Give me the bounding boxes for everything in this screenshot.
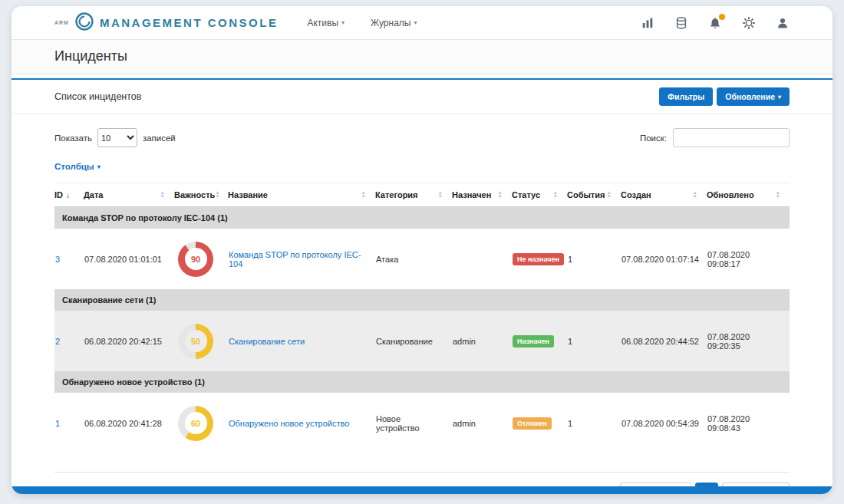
group-header-row: Сканирование сети (1) xyxy=(54,289,790,311)
database-icon[interactable] xyxy=(674,16,688,30)
incident-events: 1 xyxy=(567,229,621,289)
filters-button[interactable]: Фильтры xyxy=(659,87,713,106)
header-category-label: Категория xyxy=(375,190,418,199)
chevron-down-icon: ▾ xyxy=(97,163,101,170)
window-accent-bar xyxy=(12,486,832,494)
panel-title: Список инцидентов xyxy=(54,91,141,102)
brand-logo[interactable]: ARM MANAGEMENT CONSOLE xyxy=(54,12,278,35)
header-assignee-label: Назначен xyxy=(452,190,491,199)
status-badge: Назначен xyxy=(513,335,554,348)
main-menu: Активы ▾ Журналы ▾ xyxy=(307,18,417,28)
header-events-label: События xyxy=(567,190,605,199)
records-label: записей xyxy=(143,133,176,143)
table-header-row: ID↓ Дата▲▼ Важность▲▼ Название▲▼ Категор… xyxy=(54,183,790,207)
group-label: Сканирование сети (1) xyxy=(54,289,790,311)
incident-id-link[interactable]: 2 xyxy=(55,337,60,346)
page-size-select[interactable]: 10 xyxy=(97,128,137,147)
menu-assets-label: Активы xyxy=(307,18,338,28)
header-status[interactable]: Статус▲▼ xyxy=(512,183,567,207)
incident-id-link[interactable]: 1 xyxy=(55,419,60,428)
search-input[interactable] xyxy=(673,128,790,147)
group-header-row: Обнаружено новое устройство (1) xyxy=(54,371,790,393)
sort-icon: ▲▼ xyxy=(498,191,512,198)
header-created[interactable]: Создан▲▼ xyxy=(621,183,707,207)
incident-date: 06.08.2020 20:42:15 xyxy=(84,311,174,371)
bell-icon[interactable] xyxy=(708,16,722,30)
show-label: Показать xyxy=(54,133,92,143)
incident-date: 06.08.2020 20:41:28 xyxy=(84,393,174,453)
refresh-button-label: Обновление xyxy=(725,92,775,101)
header-assignee[interactable]: Назначен▲▼ xyxy=(452,183,512,207)
header-updated[interactable]: Обновлено▲▼ xyxy=(707,183,790,207)
page-title: Инциденты xyxy=(54,48,790,64)
sort-icon: ▲▼ xyxy=(438,191,452,198)
sort-icon: ▲▼ xyxy=(361,191,375,198)
panel-actions: Фильтры Обновление ▾ xyxy=(659,87,790,106)
header-date-label: Дата xyxy=(84,190,103,199)
search-control: Поиск: xyxy=(640,128,790,147)
page-length-control: Показать 10 записей xyxy=(54,128,176,147)
incident-updated: 07.08.2020 09:08:17 xyxy=(707,229,790,289)
group-label: Обнаружено новое устройство (1) xyxy=(54,371,790,393)
sort-icon: ▲▼ xyxy=(160,191,174,198)
severity-gauge: 60 xyxy=(178,406,213,441)
top-navbar: ARM MANAGEMENT CONSOLE Активы ▾ Журналы … xyxy=(12,6,832,40)
logo-icon xyxy=(74,12,94,35)
status-badge: Не назначен xyxy=(513,253,564,265)
incident-updated: 07.08.2020 09:20:35 xyxy=(707,311,790,371)
refresh-button[interactable]: Обновление ▾ xyxy=(717,87,790,106)
stats-icon[interactable] xyxy=(641,16,654,30)
header-updated-label: Обновлено xyxy=(707,190,754,199)
table-row[interactable]: 1 06.08.2020 20:41:28 60 Обнаружено ново… xyxy=(54,393,790,453)
header-status-label: Статус xyxy=(512,190,540,199)
incident-title-link[interactable]: Сканирование сети xyxy=(229,337,305,346)
chevron-down-icon: ▾ xyxy=(414,19,417,26)
header-id[interactable]: ID↓ xyxy=(54,183,84,207)
header-title-label: Название xyxy=(228,190,268,199)
incident-title-link[interactable]: Обнаружено новое устройство xyxy=(229,419,349,428)
panel-header: Список инцидентов Фильтры Обновление ▾ xyxy=(12,80,832,114)
status-badge: Отложен xyxy=(513,417,552,430)
incident-events: 1 xyxy=(567,393,621,453)
incident-title-link[interactable]: Команда STOP по протоколу IEC-104 xyxy=(229,250,361,268)
severity-gauge: 90 xyxy=(178,242,213,277)
header-category[interactable]: Категория▲▼ xyxy=(375,183,452,207)
menu-journals-label: Журналы xyxy=(371,18,410,28)
header-id-label: ID xyxy=(54,190,63,199)
incident-assignee xyxy=(452,229,512,289)
incident-events: 1 xyxy=(567,311,621,371)
menu-assets[interactable]: Активы ▾ xyxy=(307,18,345,28)
sort-desc-icon: ↓ xyxy=(66,191,70,199)
table-row[interactable]: 2 06.08.2020 20:42:15 50 Сканирование се… xyxy=(54,311,790,371)
incident-created: 06.08.2020 20:44:52 xyxy=(621,311,707,371)
incident-category: Сканирование xyxy=(375,311,452,371)
arm-label: ARM xyxy=(54,20,69,25)
brand-title: MANAGEMENT CONSOLE xyxy=(100,16,279,29)
header-date[interactable]: Дата▲▼ xyxy=(84,183,174,207)
header-severity[interactable]: Важность▲▼ xyxy=(174,183,228,207)
group-label: Команда STOP по протоколу IEC-104 (1) xyxy=(54,207,790,229)
severity-value: 90 xyxy=(191,255,200,264)
gear-icon[interactable] xyxy=(742,16,756,30)
severity-value: 50 xyxy=(191,337,200,346)
menu-journals[interactable]: Журналы ▾ xyxy=(371,18,417,28)
filters-button-label: Фильтры xyxy=(668,92,704,101)
header-title[interactable]: Название▲▼ xyxy=(228,183,375,207)
columns-button[interactable]: Столбцы ▾ xyxy=(54,162,101,171)
incidents-table: ID↓ Дата▲▼ Важность▲▼ Название▲▼ Категор… xyxy=(54,183,790,453)
table-controls: Показать 10 записей Поиск: xyxy=(12,114,832,147)
incident-category: Новое устройство xyxy=(375,393,452,453)
incident-updated: 07.08.2020 09:08:43 xyxy=(707,393,790,453)
table-row[interactable]: 3 07.08.2020 01:01:01 90 Команда STOP по… xyxy=(54,229,790,289)
incidents-table-wrap: ID↓ Дата▲▼ Важность▲▼ Название▲▼ Категор… xyxy=(54,183,790,453)
chevron-down-icon: ▾ xyxy=(778,94,781,100)
header-events[interactable]: События▲▼ xyxy=(567,183,621,207)
incident-assignee: admin xyxy=(452,311,512,371)
header-severity-label: Важность xyxy=(174,190,215,199)
incident-created: 07.08.2020 00:54:39 xyxy=(621,393,707,453)
columns-button-label: Столбцы xyxy=(54,162,94,171)
columns-row: Столбцы ▾ xyxy=(12,147,832,173)
incident-id-link[interactable]: 3 xyxy=(55,255,60,264)
chevron-down-icon: ▾ xyxy=(341,19,345,26)
user-icon[interactable] xyxy=(776,16,790,30)
